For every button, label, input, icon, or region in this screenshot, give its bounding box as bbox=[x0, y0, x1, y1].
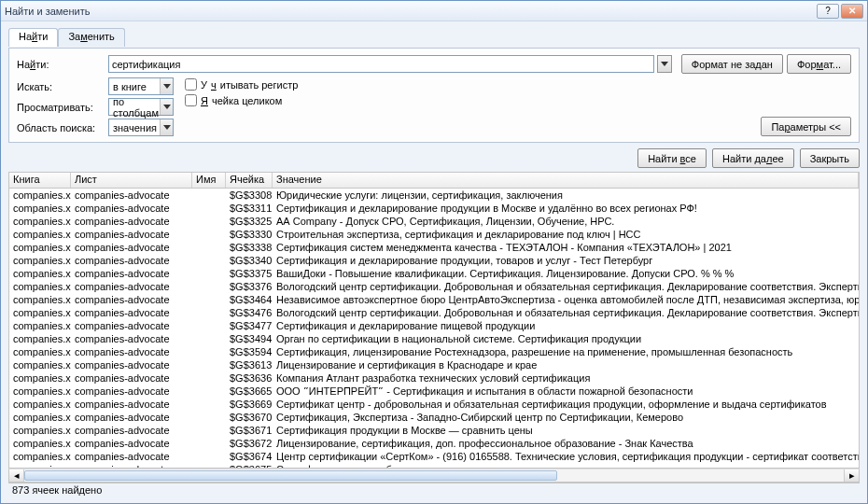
cell-cell: $G$3674 bbox=[226, 451, 273, 462]
cell-value: Строительная экспертиза, сертификация и … bbox=[273, 229, 859, 240]
table-row[interactable]: companies.xlsxcompanies-advocate$G$3325А… bbox=[9, 215, 859, 228]
cell-cell: $G$3665 bbox=[226, 385, 273, 397]
cell-book: companies.xlsx bbox=[9, 346, 71, 357]
cell-book: companies.xlsx bbox=[9, 385, 71, 397]
cell-book: companies.xlsx bbox=[9, 281, 71, 292]
table-row[interactable]: companies.xlsxcompanies-advocate$G$3671С… bbox=[9, 424, 859, 437]
find-input[interactable] bbox=[108, 55, 654, 73]
cell-sheet: companies-advocate bbox=[71, 307, 192, 318]
col-sheet[interactable]: Лист bbox=[71, 173, 192, 188]
cell-sheet: companies-advocate bbox=[71, 438, 192, 449]
cell-cell: $G$3476 bbox=[226, 307, 273, 318]
table-row[interactable]: companies.xlsxcompanies-advocate$G$3477С… bbox=[9, 319, 859, 332]
look-in-select[interactable]: значения bbox=[108, 119, 174, 136]
status-bar: 873 ячеек найдено bbox=[8, 483, 860, 499]
cell-book: companies.xlsx bbox=[9, 425, 71, 436]
cell-book: companies.xlsx bbox=[9, 372, 71, 384]
table-row[interactable]: companies.xlsxcompanies-advocate$G$3308Ю… bbox=[9, 189, 859, 202]
close-button[interactable]: Закрыть bbox=[800, 148, 860, 168]
format-button[interactable]: Формат... bbox=[787, 54, 851, 74]
cell-value: Вологодский центр сертификации. Добровол… bbox=[273, 307, 859, 318]
table-row[interactable]: companies.xlsxcompanies-advocate$G$3375В… bbox=[9, 267, 859, 280]
col-value[interactable]: Значение bbox=[273, 173, 859, 188]
results-header: Книга Лист Имя Ячейка Значение bbox=[8, 172, 860, 189]
cell-sheet: companies-advocate bbox=[71, 255, 192, 266]
scroll-right-arrow[interactable]: ▸ bbox=[844, 469, 859, 482]
cell-book: companies.xlsx bbox=[9, 307, 71, 318]
cell-value: Сертификат центр - добровольная и обязат… bbox=[273, 399, 859, 410]
table-row[interactable]: companies.xlsxcompanies-advocate$G$3665О… bbox=[9, 385, 859, 398]
scroll-thumb[interactable] bbox=[24, 470, 557, 481]
cell-book: companies.xlsx bbox=[9, 333, 71, 344]
cell-sheet: companies-advocate bbox=[71, 346, 192, 357]
look-in-label: Область поиска: bbox=[17, 122, 105, 133]
cell-cell: $G$3330 bbox=[226, 229, 273, 240]
find-panel: Найти: Формат не задан Формат... Искать:… bbox=[8, 48, 860, 143]
find-history-dropdown[interactable] bbox=[657, 55, 672, 73]
whole-cell-check[interactable]: Ячейка целиком bbox=[185, 94, 298, 106]
cell-cell: $G$3494 bbox=[226, 333, 273, 344]
cell-book: companies.xlsx bbox=[9, 255, 71, 266]
cell-sheet: companies-advocate bbox=[71, 281, 192, 292]
cell-book: companies.xlsx bbox=[9, 229, 71, 240]
table-row[interactable]: companies.xlsxcompanies-advocate$G$3330С… bbox=[9, 228, 859, 241]
col-cell[interactable]: Ячейка bbox=[226, 173, 273, 188]
cell-value: Лицензирование и сертификация в Краснода… bbox=[273, 359, 859, 371]
cell-cell: $G$3636 bbox=[226, 372, 273, 384]
cell-sheet: companies-advocate bbox=[71, 399, 192, 410]
table-row[interactable]: companies.xlsxcompanies-advocate$G$3476В… bbox=[9, 306, 859, 319]
table-row[interactable]: companies.xlsxcompanies-advocate$G$3636К… bbox=[9, 371, 859, 385]
cell-sheet: companies-advocate bbox=[71, 412, 192, 423]
table-row[interactable]: companies.xlsxcompanies-advocate$G$3340С… bbox=[9, 254, 859, 267]
table-row[interactable]: companies.xlsxcompanies-advocate$G$3311С… bbox=[9, 202, 859, 215]
cell-cell: $G$3311 bbox=[226, 203, 273, 214]
find-all-button[interactable]: Найти все bbox=[637, 148, 707, 168]
table-row[interactable]: companies.xlsxcompanies-advocate$G$3613Л… bbox=[9, 358, 859, 371]
cell-book: companies.xlsx bbox=[9, 399, 71, 410]
horizontal-scrollbar[interactable]: ◂ ▸ bbox=[8, 469, 860, 483]
table-row[interactable]: companies.xlsxcompanies-advocate$G$3376В… bbox=[9, 280, 859, 293]
titlebar[interactable]: Найти и заменить ? ✕ bbox=[1, 1, 867, 21]
cell-sheet: companies-advocate bbox=[71, 229, 192, 240]
find-row: Найти: Формат не задан Формат... bbox=[17, 54, 851, 74]
table-row[interactable]: companies.xlsxcompanies-advocate$G$3338С… bbox=[9, 241, 859, 254]
table-row[interactable]: companies.xlsxcompanies-advocate$G$3594С… bbox=[9, 345, 859, 358]
cell-value: Сертификация и декларирование пищевой пр… bbox=[273, 320, 859, 331]
action-buttons: Найти все Найти далее Закрыть bbox=[8, 143, 860, 172]
cell-cell: $G$3613 bbox=[226, 359, 273, 371]
format-not-set-button[interactable]: Формат не задан bbox=[681, 54, 783, 74]
match-case-check[interactable]: Учитывать регистр bbox=[185, 78, 298, 91]
params-button[interactable]: Параметры << bbox=[761, 117, 851, 136]
table-row[interactable]: companies.xlsxcompanies-advocate$G$3674Ц… bbox=[9, 450, 859, 463]
results-list[interactable]: companies.xlsxcompanies-advocate$G$3308Ю… bbox=[8, 189, 860, 469]
table-row[interactable]: companies.xlsxcompanies-advocate$G$3672Л… bbox=[9, 437, 859, 450]
close-window-button[interactable]: ✕ bbox=[841, 4, 863, 19]
help-button[interactable]: ? bbox=[817, 4, 839, 19]
cell-sheet: companies-advocate bbox=[71, 268, 192, 279]
cell-sheet: companies-advocate bbox=[71, 294, 192, 305]
table-row[interactable]: companies.xlsxcompanies-advocate$G$3670С… bbox=[9, 411, 859, 424]
col-name[interactable]: Имя bbox=[192, 173, 226, 188]
scroll-track[interactable] bbox=[24, 469, 844, 482]
find-next-button[interactable]: Найти далее bbox=[712, 148, 794, 168]
cell-value: Орган по сертификации в национальной сис… bbox=[273, 333, 859, 344]
scroll-left-arrow[interactable]: ◂ bbox=[9, 469, 24, 482]
tab-find[interactable]: Найти bbox=[8, 28, 58, 47]
cell-value: Юридические услуги: лицензии, сертификац… bbox=[273, 189, 859, 201]
search-in-select[interactable]: в книге bbox=[108, 77, 174, 95]
col-book[interactable]: Книга bbox=[9, 173, 71, 188]
tab-replace[interactable]: Заменить bbox=[58, 28, 124, 47]
cell-value: Сертификация продукции в Москве — сравни… bbox=[273, 425, 859, 436]
table-row[interactable]: companies.xlsxcompanies-advocate$G$3464Н… bbox=[9, 293, 859, 306]
window-title: Найти и заменить bbox=[5, 6, 815, 17]
chevron-down-icon bbox=[661, 62, 668, 66]
options-selects: Искать: в книге Просматривать: по столбц… bbox=[17, 77, 174, 136]
table-row[interactable]: companies.xlsxcompanies-advocate$G$3669С… bbox=[9, 398, 859, 411]
cell-cell: $G$3464 bbox=[226, 294, 273, 305]
chevron-down-icon bbox=[160, 99, 173, 115]
cell-sheet: companies-advocate bbox=[71, 372, 192, 384]
options-checkboxes: Учитывать регистр Ячейка целиком bbox=[185, 78, 298, 106]
chevron-down-icon bbox=[160, 78, 173, 94]
view-select[interactable]: по столбцам bbox=[108, 98, 174, 116]
table-row[interactable]: companies.xlsxcompanies-advocate$G$3494О… bbox=[9, 332, 859, 345]
